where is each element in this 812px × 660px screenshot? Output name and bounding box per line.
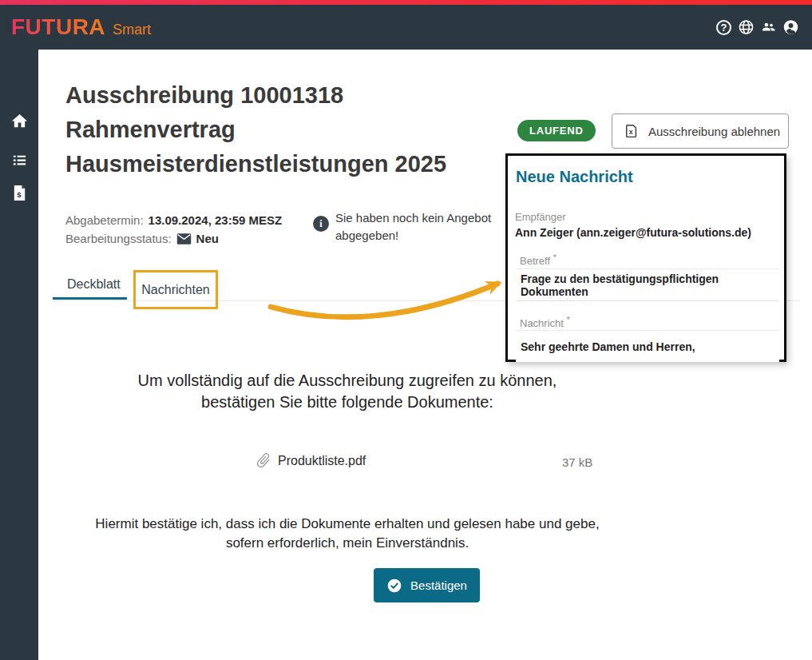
account-icon[interactable]	[782, 19, 799, 36]
list-icon[interactable]	[10, 151, 29, 169]
message-panel-title: Neue Nachricht	[516, 168, 633, 186]
envelope-icon	[176, 233, 192, 245]
new-message-panel: Neue Nachricht Empfänger Ann Zeiger (ann…	[505, 153, 786, 362]
confirm-button[interactable]: Bestätigen	[374, 568, 480, 602]
paperclip-icon	[255, 451, 272, 469]
processing-status-row: Bearbeitungsstatus: Neu	[65, 232, 219, 245]
home-icon[interactable]	[10, 112, 29, 130]
annotation-arrow	[267, 278, 509, 323]
offer-info-line-2: abgegeben!	[335, 227, 491, 245]
page-title: Ausschreibung 10001318 Rahmenvertrag Hau…	[65, 78, 529, 181]
recipient-value: Ann Zeiger (ann.zeiger@futura-solutions.…	[515, 226, 751, 239]
message-required-marker: *	[567, 315, 570, 324]
title-line-3: Hausmeisterdienstleistungen 2025	[65, 147, 529, 181]
processing-status-value: Neu	[196, 232, 219, 245]
tab-nachrichten[interactable]: Nachrichten	[141, 283, 209, 297]
title-line-2: Rahmenvertrag	[65, 113, 529, 147]
tab-deckblatt[interactable]: Deckblatt	[67, 277, 121, 292]
subject-value: Frage zu den bestätigungspflichtigen Dok…	[521, 272, 779, 298]
deadline-value: 13.09.2024, 23:59 MESZ	[149, 213, 283, 227]
confirmation-text: Hiermit bestätige ich, dass ich die Doku…	[68, 515, 627, 553]
appbar-icon-group: ?	[715, 5, 799, 50]
reject-tender-label: Ausschreibung ablehnen	[648, 125, 780, 138]
attachment-name[interactable]: Produktliste.pdf	[278, 454, 366, 468]
status-badge: LAUFEND	[517, 120, 596, 141]
message-value: Sehr geehrte Damen und Herren,	[521, 340, 695, 353]
app-logo: FUTURA Smart	[11, 5, 151, 50]
svg-text:$: $	[17, 190, 22, 199]
offer-info-note: Sie haben noch kein Angebot abgegeben!	[335, 209, 491, 245]
users-icon[interactable]	[760, 19, 777, 36]
info-icon: i	[313, 216, 329, 232]
tab-nachrichten-highlight: Nachrichten	[133, 270, 218, 309]
confirmation-line-2: sofern erforderlich, mein Einverständnis…	[68, 534, 627, 553]
instruction-line-1: Um vollständig auf die Ausschreibung zug…	[68, 370, 627, 392]
subject-input[interactable]: Frage zu den bestätigungspflichtigen Dok…	[516, 268, 779, 301]
title-line-1: Ausschreibung 10001318	[65, 78, 529, 113]
attachment-size: 37 kB	[562, 455, 592, 469]
instruction-line-2: bestätigen Sie bitte folgende Dokumente:	[68, 392, 627, 413]
help-icon[interactable]: ?	[715, 19, 732, 36]
brand-name: FUTURA	[11, 14, 105, 40]
subject-label: Betreff *	[520, 252, 557, 267]
message-label: Nachricht *	[520, 315, 570, 329]
deadline-row: Abgabetermin: 13.09.2024, 23:59 MESZ	[65, 213, 282, 227]
reject-tender-button[interactable]: x Ausschreibung ablehnen	[612, 113, 789, 149]
globe-icon[interactable]	[738, 19, 755, 36]
subject-required-marker: *	[553, 252, 557, 262]
invoice-icon[interactable]: $	[10, 184, 29, 202]
svg-text:x: x	[629, 128, 633, 136]
document-x-icon: x	[624, 123, 640, 139]
active-tab-underline	[53, 297, 127, 300]
deadline-label: Abgabetermin:	[65, 213, 144, 227]
confirmation-line-1: Hiermit bestätige ich, dass ich die Doku…	[68, 515, 627, 534]
brand-suffix: Smart	[113, 17, 151, 38]
processing-status-label: Bearbeitungsstatus:	[65, 232, 172, 245]
message-input[interactable]: Sehr geehrte Damen und Herren,	[516, 330, 779, 362]
offer-info-line-1: Sie haben noch kein Angebot	[335, 209, 491, 227]
app-bar: FUTURA Smart ?	[0, 5, 812, 50]
instruction-text: Um vollständig auf die Ausschreibung zug…	[68, 370, 627, 413]
confirm-button-label: Bestätigen	[410, 578, 467, 592]
check-circle-icon	[386, 578, 402, 594]
recipient-label: Empfänger	[515, 211, 566, 223]
sidebar: $	[0, 50, 38, 660]
